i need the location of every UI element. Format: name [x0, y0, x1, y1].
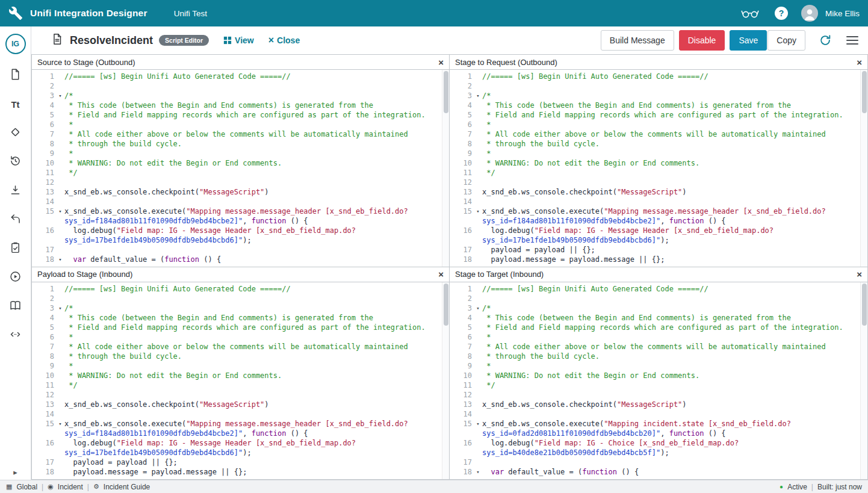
- fold-arrow-icon[interactable]: ▾: [474, 467, 482, 477]
- code-text: x_snd_eb.ws_console.checkpoint("MessageS…: [64, 187, 269, 197]
- close-button[interactable]: × Close: [268, 36, 300, 45]
- fold-arrow-icon[interactable]: ▾: [56, 255, 64, 264]
- code-text: * WARNING: Do not edit the Begin or End …: [64, 371, 282, 380]
- code-text: sys_id=17be1fde1b49b05090dfdb9ebd4bcbd6]…: [64, 448, 252, 457]
- code-editor[interactable]: 1//===== [ws] Begin Unifi Auto Generated…: [450, 70, 867, 267]
- sidebar-item-tasks[interactable]: [8, 242, 23, 255]
- content-column: ResolveIncident Script Editor View × Clo…: [31, 26, 868, 480]
- code-text: payload.message = payload.message || {};: [64, 467, 247, 477]
- status-global[interactable]: Global: [16, 483, 37, 491]
- sidebar-collapse-icon[interactable]: ▸: [0, 468, 31, 477]
- sidebar-item-docs[interactable]: [8, 300, 23, 313]
- code-text: * Field and Field mapping records which …: [482, 323, 843, 332]
- vertical-scrollbar[interactable]: [860, 70, 867, 267]
- avatar[interactable]: [801, 5, 818, 22]
- line-number: 14: [32, 197, 56, 206]
- close-label: Close: [277, 36, 300, 45]
- fold-arrow-icon[interactable]: ▾: [474, 419, 482, 429]
- vertical-scrollbar[interactable]: [442, 70, 449, 267]
- document-icon: [51, 33, 64, 48]
- copy-button[interactable]: Copy: [767, 30, 805, 51]
- code-line: 12: [32, 178, 449, 187]
- refresh-button[interactable]: [819, 34, 832, 47]
- line-number: [450, 429, 474, 438]
- fold-arrow-icon[interactable]: ▾: [56, 91, 64, 101]
- line-number: 5: [32, 110, 56, 120]
- sidebar-item-undo[interactable]: [8, 213, 23, 226]
- line-number: 3: [32, 91, 56, 101]
- sidebar-item-fields[interactable]: Tt: [8, 98, 23, 111]
- line-number: 4: [32, 101, 56, 110]
- code-line: 15▾x_snd_eb.ws_console.execute("Mapping …: [450, 206, 867, 216]
- code-line: 10 * WARNING: Do not edit the Begin or E…: [32, 158, 449, 168]
- sidebar-item-history[interactable]: [8, 155, 23, 169]
- fold-spacer: [56, 235, 64, 245]
- wrench-logo-icon[interactable]: [8, 6, 23, 20]
- sidebar-item-document[interactable]: [8, 69, 23, 82]
- vertical-scrollbar[interactable]: [442, 282, 449, 480]
- fold-arrow-icon[interactable]: ▾: [474, 91, 482, 101]
- code-line: sys_id=0fad2d081b11f01090dfdb9ebd4bcb20]…: [450, 429, 867, 438]
- fold-arrow-icon[interactable]: ▾: [56, 206, 64, 216]
- line-number: 15: [32, 206, 56, 216]
- code-line: 18 payload.message = payload.message || …: [32, 467, 449, 477]
- line-number: 12: [450, 390, 474, 400]
- line-number: 1: [450, 72, 474, 81]
- panel-close-icon[interactable]: ×: [438, 270, 444, 279]
- line-number: 1: [32, 284, 56, 294]
- code-editor[interactable]: 1//===== [ws] Begin Unifi Auto Generated…: [450, 282, 867, 480]
- code-text: log.debug("Field map: IG - Choice [x_snd…: [482, 438, 739, 448]
- integration-avatar[interactable]: IG: [5, 34, 26, 54]
- fold-spacer: [474, 332, 482, 342]
- fold-spacer: [56, 216, 64, 226]
- download-icon: [9, 184, 22, 199]
- panel-close-icon[interactable]: ×: [857, 270, 862, 279]
- code-text: * WARNING: Do not edit the Begin or End …: [482, 158, 699, 168]
- fold-spacer: [474, 168, 482, 178]
- line-number: 16: [32, 226, 56, 235]
- vertical-scrollbar[interactable]: [860, 282, 867, 480]
- help-icon[interactable]: ?: [775, 7, 788, 20]
- sidebar-item-run[interactable]: [8, 271, 23, 284]
- fold-arrow-icon[interactable]: ▾: [56, 303, 64, 313]
- menu-icon[interactable]: [845, 33, 860, 48]
- fold-spacer: [56, 120, 64, 129]
- view-button[interactable]: View: [223, 36, 254, 45]
- fold-arrow-icon[interactable]: ▾: [474, 206, 482, 216]
- fold-spacer: [474, 245, 482, 255]
- line-number: 7: [450, 342, 474, 352]
- fold-arrow-icon[interactable]: ▾: [474, 303, 482, 313]
- build-message-button[interactable]: Build Message: [601, 30, 674, 51]
- line-number: 17: [32, 457, 56, 467]
- code-text: //===== [ws] Begin Unifi Auto Generated …: [64, 72, 291, 81]
- code-text: * This code (between the Begin and End c…: [64, 313, 373, 323]
- code-line: 8 * through the build cycle.: [32, 139, 449, 149]
- scrollbar-thumb[interactable]: [862, 284, 867, 326]
- code-editor[interactable]: 1//===== [ws] Begin Unifi Auto Generated…: [32, 70, 449, 267]
- disable-button[interactable]: Disable: [679, 30, 725, 51]
- line-number: 13: [450, 400, 474, 409]
- code-editor[interactable]: 1//===== [ws] Begin Unifi Auto Generated…: [32, 282, 449, 480]
- save-button[interactable]: Save: [730, 30, 767, 51]
- status-incident-guide[interactable]: Incident Guide: [104, 483, 150, 491]
- sidebar-item-tags[interactable]: [8, 126, 23, 140]
- sidebar-item-download[interactable]: [8, 184, 23, 197]
- fold-spacer: [474, 448, 482, 457]
- scrollbar-thumb[interactable]: [444, 284, 448, 326]
- code-line: 3▾/*: [450, 303, 867, 313]
- fold-spacer: [56, 81, 64, 91]
- scrollbar-thumb[interactable]: [862, 71, 867, 113]
- code-text: */: [482, 168, 495, 178]
- line-number: 11: [32, 168, 56, 178]
- code-line: 13x_snd_eb.ws_console.checkpoint("Messag…: [450, 400, 867, 409]
- fold-arrow-icon[interactable]: ▾: [56, 419, 64, 429]
- panel-close-icon[interactable]: ×: [438, 58, 444, 67]
- code-line: 13x_snd_eb.ws_console.checkpoint("Messag…: [32, 400, 449, 409]
- status-incident[interactable]: Incident: [58, 483, 83, 491]
- panel-title: Stage to Request (Outbound): [455, 58, 557, 67]
- glasses-icon[interactable]: [741, 8, 759, 19]
- sidebar-item-code[interactable]: [8, 329, 23, 342]
- scrollbar-thumb[interactable]: [444, 71, 448, 113]
- code-line: 8 * through the build cycle.: [450, 352, 867, 361]
- panel-close-icon[interactable]: ×: [857, 58, 862, 67]
